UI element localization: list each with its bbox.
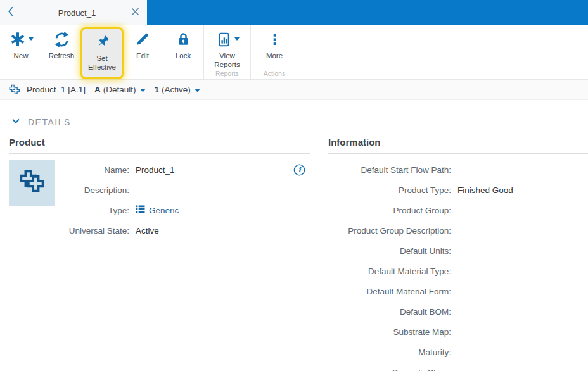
field-value: Finished Good bbox=[457, 185, 513, 196]
breadcrumb: Product_1 [A.1] A (Default) 1 (Active) bbox=[0, 79, 588, 100]
list-icon bbox=[136, 205, 145, 215]
revision-selector[interactable]: 1 (Active) bbox=[155, 85, 200, 94]
field-label: Product Type: bbox=[328, 186, 451, 195]
description-row: Description: bbox=[55, 180, 310, 200]
field-label: Default Start Flow Path: bbox=[328, 165, 451, 175]
product-icon bbox=[18, 169, 47, 196]
details-section-title: DETAILS bbox=[28, 117, 71, 127]
type-row: Type: Generic bbox=[55, 200, 310, 220]
toolbar-group-reports: View Reports Reports bbox=[204, 25, 251, 79]
version-value: A bbox=[94, 85, 101, 94]
field-label: Product Group: bbox=[328, 206, 451, 215]
bar-chart-document-icon bbox=[215, 31, 233, 51]
field-row: Substrate Map: bbox=[328, 322, 588, 342]
field-row: Default Material Form: bbox=[328, 281, 588, 301]
more-button-label: More bbox=[266, 52, 283, 61]
product-panel-title: Product bbox=[9, 137, 310, 154]
view-reports-button[interactable]: View Reports bbox=[204, 29, 250, 70]
set-effective-button-label: Set Effective bbox=[84, 54, 120, 72]
view-reports-button-label: View Reports bbox=[209, 52, 246, 70]
toolbar: New Refresh bbox=[0, 25, 588, 79]
type-value: Generic bbox=[149, 206, 179, 215]
toolbar-group-general: New Refresh bbox=[1, 25, 204, 79]
new-button[interactable]: New bbox=[1, 29, 41, 61]
type-label: Type: bbox=[55, 206, 129, 215]
pushpin-icon bbox=[94, 34, 111, 53]
info-icon[interactable]: i bbox=[293, 164, 305, 176]
set-effective-button[interactable]: Set Effective bbox=[80, 27, 124, 79]
field-row: Default Start Flow Path: bbox=[328, 160, 588, 180]
tab-close-button[interactable] bbox=[131, 7, 139, 18]
product-panel: Product Name: Product_1 i bbox=[9, 137, 310, 371]
field-row: Default Material Type: bbox=[328, 261, 588, 281]
tab-bar: Product_1 bbox=[0, 0, 588, 25]
type-link[interactable]: Generic bbox=[136, 205, 179, 215]
tab-product[interactable]: Product_1 bbox=[23, 8, 131, 18]
lock-icon bbox=[175, 31, 192, 51]
field-label: Maturity: bbox=[328, 348, 451, 357]
edit-button-label: Edit bbox=[136, 52, 149, 61]
revision-value: 1 bbox=[155, 85, 160, 94]
close-icon bbox=[131, 7, 139, 18]
group-label-reports: Reports bbox=[204, 70, 250, 77]
product-thumbnail bbox=[9, 160, 55, 206]
chevron-left-icon bbox=[5, 4, 18, 21]
refresh-button-label: Refresh bbox=[49, 52, 74, 61]
information-panel: Information Default Start Flow Path: Pro… bbox=[328, 137, 588, 371]
revision-qualifier: (Active) bbox=[162, 85, 191, 94]
name-value: Product_1 bbox=[136, 165, 175, 175]
caret-down-icon bbox=[234, 32, 240, 43]
pencil-icon bbox=[134, 30, 151, 51]
back-button[interactable] bbox=[0, 4, 23, 21]
universal-state-row: Universal State: Active bbox=[55, 220, 310, 241]
caret-down-icon bbox=[191, 85, 200, 94]
version-selector[interactable]: A (Default) bbox=[94, 85, 146, 94]
field-label: Capacity Class: bbox=[328, 368, 451, 371]
new-button-label: New bbox=[13, 52, 28, 61]
information-panel-title: Information bbox=[328, 137, 588, 154]
svg-text:i: i bbox=[298, 166, 301, 174]
asterisk-new-icon bbox=[9, 30, 27, 51]
field-label: Substrate Map: bbox=[328, 327, 451, 337]
toolbar-group-actions: More Actions bbox=[251, 25, 298, 79]
field-label: Default BOM: bbox=[328, 307, 451, 317]
more-button[interactable]: More bbox=[251, 29, 298, 61]
edit-button[interactable]: Edit bbox=[122, 29, 163, 61]
field-row: Default BOM: bbox=[328, 301, 588, 322]
description-label: Description: bbox=[55, 186, 129, 195]
caret-down-icon bbox=[29, 32, 34, 43]
name-row: Name: Product_1 i bbox=[55, 160, 310, 180]
field-row: Product Group: bbox=[328, 200, 588, 220]
title-bar-fill bbox=[147, 0, 588, 25]
field-label: Default Material Form: bbox=[328, 287, 451, 296]
field-label: Default Units: bbox=[328, 246, 451, 256]
field-row: Default Units: bbox=[328, 241, 588, 261]
field-row: Product Type: Finished Good bbox=[328, 180, 588, 200]
details-section-toggle[interactable]: DETAILS bbox=[11, 116, 588, 128]
field-row: Maturity: bbox=[328, 342, 588, 362]
tab-strip: Product_1 bbox=[0, 0, 147, 25]
version-qualifier: (Default) bbox=[103, 85, 136, 94]
product-icon bbox=[8, 84, 21, 95]
field-label: Product Group Description: bbox=[328, 226, 451, 236]
lock-button-label: Lock bbox=[176, 52, 191, 61]
caret-down-icon bbox=[136, 85, 146, 94]
vertical-dots-icon bbox=[267, 32, 283, 50]
field-row: Capacity Class: bbox=[328, 362, 588, 371]
field-row: Product Group Description: bbox=[328, 220, 588, 241]
field-label: Default Material Type: bbox=[328, 267, 451, 276]
group-label-actions: Actions bbox=[251, 70, 298, 77]
chevron-down-icon bbox=[11, 116, 21, 128]
universal-state-value: Active bbox=[136, 225, 159, 236]
breadcrumb-entity: Product_1 [A.1] bbox=[27, 85, 86, 94]
refresh-button[interactable]: Refresh bbox=[41, 29, 82, 61]
refresh-icon bbox=[53, 30, 71, 51]
universal-state-label: Universal State: bbox=[55, 226, 129, 236]
details-content: Product Name: Product_1 i bbox=[0, 137, 588, 371]
name-label: Name: bbox=[55, 165, 129, 175]
lock-button[interactable]: Lock bbox=[163, 29, 203, 61]
